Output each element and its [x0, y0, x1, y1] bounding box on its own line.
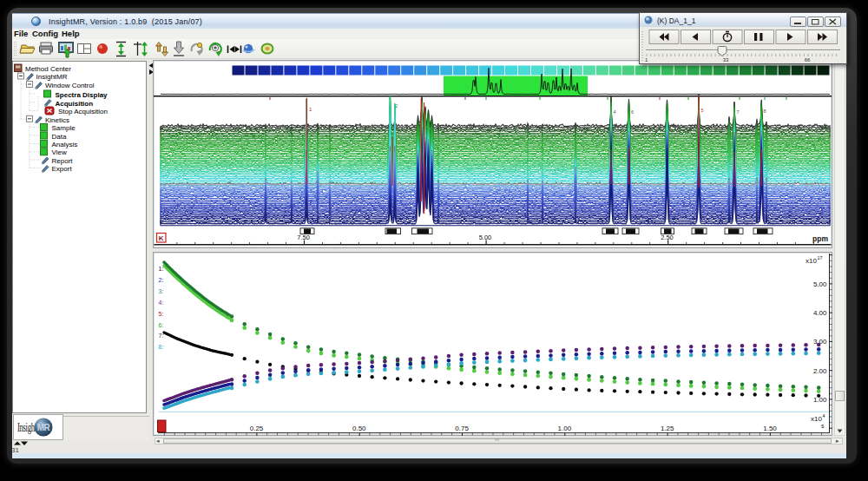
svg-text:Acquisition: Acquisition [56, 100, 94, 108]
svg-text:0.50: 0.50 [352, 425, 366, 432]
svg-text:InsightMR: InsightMR [36, 73, 68, 81]
svg-text:6:: 6: [159, 322, 164, 328]
svg-text:Window Control: Window Control [45, 82, 95, 89]
svg-text:Analysis: Analysis [52, 141, 78, 148]
svg-text:ppm: ppm [812, 234, 828, 243]
svg-text:3:: 3: [159, 288, 164, 294]
svg-text:Method Center: Method Center [25, 65, 71, 73]
svg-text:2.50: 2.50 [661, 234, 674, 241]
svg-text:x10: x10 [811, 415, 822, 423]
svg-text:8: 8 [764, 109, 766, 114]
svg-text:2:: 2: [159, 277, 164, 283]
svg-text:5.00: 5.00 [479, 234, 492, 241]
svg-text:Spectra Display: Spectra Display [56, 91, 108, 99]
svg-text:7: 7 [737, 109, 740, 115]
svg-text:s: s [821, 423, 825, 429]
svg-text:Export: Export [52, 165, 73, 173]
svg-text:Sample: Sample [52, 124, 76, 132]
svg-text:Stop Acquisition: Stop Acquisition [58, 108, 108, 115]
svg-text:4: 4 [823, 413, 825, 418]
svg-text:x10: x10 [806, 257, 817, 265]
svg-text:1.00: 1.00 [558, 425, 572, 432]
svg-text:(K) DA_1_1: (K) DA_1_1 [657, 16, 696, 25]
svg-text:Data: Data [52, 133, 67, 141]
svg-text:0.25: 0.25 [250, 425, 264, 432]
svg-text:4: 4 [614, 109, 616, 115]
svg-text:5.00: 5.00 [813, 280, 827, 288]
svg-text:1.00: 1.00 [813, 396, 827, 404]
svg-text:4:: 4: [159, 300, 164, 306]
svg-text:7:: 7: [159, 333, 164, 339]
svg-text:K: K [159, 234, 164, 242]
svg-text:View: View [52, 148, 67, 156]
svg-text:7.50: 7.50 [297, 234, 310, 241]
svg-text:0.75: 0.75 [455, 425, 469, 432]
svg-text:4.00: 4.00 [813, 309, 827, 317]
svg-text:Insight: Insight [17, 421, 37, 435]
svg-text:6: 6 [631, 109, 634, 115]
svg-text:Report: Report [52, 157, 74, 165]
svg-text:MR: MR [37, 423, 51, 432]
svg-text:33: 33 [723, 57, 729, 63]
svg-text:1: 1 [645, 57, 648, 63]
svg-text:17: 17 [818, 255, 823, 260]
svg-text:2.00: 2.00 [813, 367, 827, 375]
svg-text:1:: 1: [159, 266, 164, 272]
svg-text:Kinetics: Kinetics [45, 116, 69, 124]
svg-text:5:: 5: [159, 311, 164, 317]
svg-text:1.50: 1.50 [763, 425, 777, 432]
svg-text:1.25: 1.25 [661, 425, 674, 432]
svg-text:5: 5 [701, 108, 704, 113]
svg-text:66: 66 [805, 57, 811, 63]
svg-text:8:: 8: [159, 344, 164, 350]
